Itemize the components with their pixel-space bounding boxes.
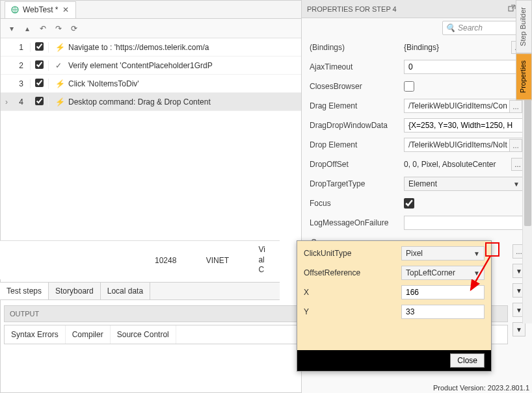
web-icon — [10, 5, 20, 14]
logmsg-input[interactable] — [404, 216, 524, 230]
step-text: Desktop command: Drag & Drop Content — [68, 97, 211, 107]
step-enabled-checkbox[interactable] — [35, 79, 44, 87]
chevron-down-icon[interactable]: ▼ — [512, 322, 525, 336]
tab-source-control[interactable]: Source Control — [111, 325, 176, 344]
prop-label: AjaxTimeout — [310, 62, 404, 71]
tab-compiler[interactable]: Compiler — [66, 325, 111, 344]
close-button[interactable]: Close — [450, 353, 485, 368]
prop-label: Y — [304, 307, 401, 316]
step-enabled-checkbox[interactable] — [35, 97, 44, 105]
prop-label: OffsetReference — [304, 268, 401, 277]
chevron-down-icon: ▼ — [513, 181, 520, 188]
step-text: Navigate to : 'https://demos.telerik.com… — [68, 43, 209, 52]
clickunittype-select[interactable]: Pixel▼ — [401, 246, 485, 260]
drop-element-input[interactable]: /TelerikWebUIGridItems/NoIt… — [404, 138, 524, 152]
prop-label: Focus — [310, 199, 404, 208]
prop-label: (Bindings) — [310, 43, 404, 52]
svg-rect-1 — [509, 6, 513, 11]
chevron-down-icon[interactable]: ▾ — [6, 23, 18, 34]
tab-syntax-errors[interactable]: Syntax Errors — [5, 325, 66, 344]
x-input[interactable] — [401, 285, 485, 299]
file-tab[interactable]: WebTest * ✕ — [5, 1, 76, 18]
prop-label: DropTargetType — [310, 179, 404, 188]
step-number: 4 — [12, 97, 31, 107]
undo-icon[interactable]: ↶ — [37, 23, 49, 34]
prop-value: {Bindings} — [404, 43, 509, 52]
tab-step-builder[interactable]: Step Builder — [516, 0, 532, 53]
properties-title: PROPERTIES FOR STEP 4 — [307, 5, 397, 13]
tab-local-data[interactable]: Local data — [101, 283, 150, 299]
chevron-down-icon: ▼ — [473, 250, 480, 257]
click-icon: ⚡ — [55, 79, 64, 88]
step-text: Click 'NoItemsToDiv' — [68, 79, 139, 88]
prop-label: LogMessageOnFailure — [310, 218, 404, 227]
step-enabled-checkbox[interactable] — [35, 42, 44, 51]
refresh-icon[interactable]: ⟳ — [68, 23, 80, 34]
prop-label: DropOffSet — [310, 160, 404, 169]
search-input[interactable]: 🔍 Search — [442, 21, 527, 35]
tab-storyboard[interactable]: Storyboard — [49, 283, 101, 299]
version-label: Product Version: 2023.2.801.1 — [433, 384, 529, 392]
step-number: 3 — [12, 79, 31, 88]
tab-title: WebTest * — [23, 5, 58, 14]
data-cell-id: 10248 — [143, 256, 188, 265]
focus-checkbox[interactable] — [404, 198, 414, 209]
closes-browser-checkbox[interactable] — [404, 81, 414, 92]
tab-properties[interactable]: Properties — [516, 53, 532, 100]
step-number: 2 — [12, 61, 31, 70]
nav-icon: ⚡ — [55, 43, 64, 52]
dragdrop-window-input[interactable] — [404, 118, 524, 133]
offset-popup: ClickUnitType Pixel▼ OffsetReference Top… — [297, 240, 492, 372]
ellipsis-button[interactable]: … — [509, 139, 522, 152]
check-icon: ✓ — [55, 61, 64, 70]
ellipsis-button[interactable]: … — [509, 100, 522, 113]
close-icon[interactable]: ✕ — [61, 5, 70, 14]
prop-label: DragDropWindowData — [310, 121, 404, 130]
prop-label: ClickUnitType — [304, 249, 401, 258]
search-icon: 🔍 — [446, 23, 455, 32]
drop-target-type-select[interactable]: Element▼ — [404, 177, 524, 191]
drag-icon: ⚡ — [55, 97, 64, 107]
prop-label: Drop Element — [310, 140, 404, 149]
popout-icon[interactable] — [508, 5, 516, 14]
prop-label: ClosesBrowser — [310, 82, 404, 91]
prop-label: X — [304, 288, 401, 297]
data-preview: 10248 VINET Vi al C — [0, 240, 280, 279]
y-input[interactable] — [401, 305, 485, 319]
data-cell-cust: VINET — [188, 256, 246, 265]
step-enabled-checkbox[interactable] — [35, 60, 44, 69]
step-text: Verify element 'ContentPlaceholder1GrdP — [68, 61, 213, 70]
prop-value: 0, 0, Pixel, AbsoluteCenter — [404, 160, 509, 169]
prop-label: Drag Element — [310, 101, 404, 110]
bottom-tabs: Test steps Storyboard Local data — [0, 282, 280, 300]
up-icon[interactable]: ▴ — [21, 23, 33, 34]
tab-test-steps[interactable]: Test steps — [0, 283, 49, 299]
offsetreference-select[interactable]: TopLeftCorner▼ — [401, 266, 485, 280]
drag-element-input[interactable]: /TelerikWebUIGridItems/Con… — [404, 99, 524, 113]
ajax-timeout-input[interactable] — [404, 60, 524, 74]
redo-icon[interactable]: ↷ — [53, 23, 64, 34]
chevron-down-icon: ▼ — [473, 270, 480, 277]
step-number: 1 — [12, 43, 31, 52]
current-step-marker: › — [1, 97, 12, 107]
data-cell-lines: Vi al C — [246, 245, 276, 275]
